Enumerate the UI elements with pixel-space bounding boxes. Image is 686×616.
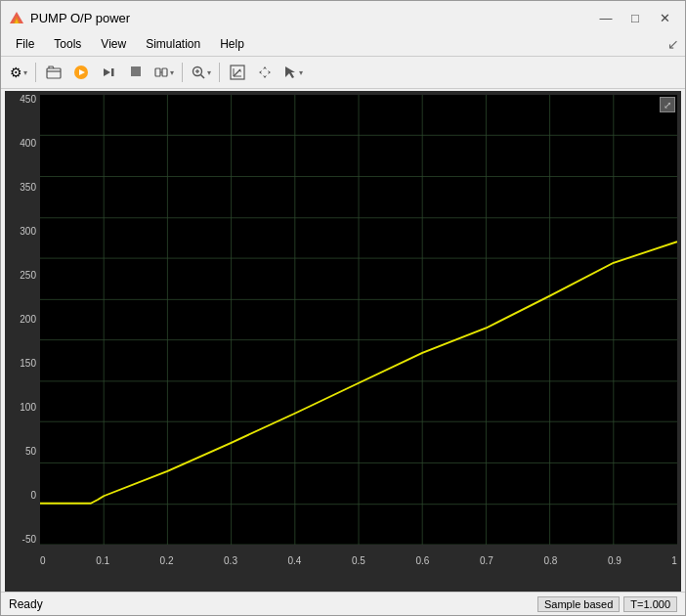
- y-label-neg50: -50: [22, 535, 36, 545]
- x-axis-labels: 0 0.1 0.2 0.3 0.4 0.5 0.6 0.7 0.8 0.9 1: [40, 556, 677, 566]
- status-ready: Ready: [9, 597, 43, 611]
- y-label-100: 100: [20, 403, 36, 413]
- y-label-250: 250: [20, 271, 36, 281]
- y-label-50: 50: [25, 447, 36, 457]
- pan-icon: [257, 65, 273, 80]
- y-label-200: 200: [20, 315, 36, 325]
- x-label-02: 0.2: [160, 556, 174, 566]
- tools-icon: [153, 65, 169, 80]
- x-label-05: 0.5: [352, 556, 365, 566]
- title-bar-left: PUMP O/P power: [9, 10, 130, 25]
- svg-line-13: [201, 75, 205, 79]
- y-label-0: 0: [30, 491, 36, 501]
- resize-icon: ↙: [667, 36, 679, 52]
- y-label-450: 450: [20, 95, 36, 105]
- tools-arrow: ▾: [170, 68, 174, 77]
- x-label-01: 0.1: [96, 556, 109, 566]
- menu-help[interactable]: Help: [211, 34, 253, 54]
- y-label-350: 350: [20, 183, 36, 193]
- step-icon: [101, 65, 116, 80]
- chart-svg: [40, 95, 677, 545]
- minimize-button[interactable]: —: [593, 8, 619, 27]
- x-label-06: 0.6: [415, 556, 429, 566]
- run-button[interactable]: [68, 60, 94, 85]
- status-bar: Ready Sample based T=1.000: [1, 592, 685, 615]
- zoom-icon: [191, 65, 206, 80]
- svg-rect-7: [111, 68, 114, 76]
- window-title: PUMP O/P power: [30, 11, 130, 25]
- cursor-icon: [282, 65, 298, 80]
- sample-based-badge: Sample based: [537, 596, 620, 612]
- menu-file[interactable]: File: [7, 34, 43, 54]
- title-bar: PUMP O/P power — □ ✕: [1, 1, 685, 32]
- zoom-arrow: ▾: [207, 68, 211, 77]
- svg-rect-8: [131, 66, 141, 76]
- svg-rect-3: [47, 68, 61, 78]
- x-label-0: 0: [40, 556, 46, 566]
- open-button[interactable]: [41, 60, 66, 85]
- settings-icon: ⚙: [10, 65, 22, 80]
- stop-button[interactable]: [123, 60, 149, 85]
- chart-container: 450 400 350 300 250 200 150 100 50 0 -50: [5, 91, 681, 592]
- menu-simulation[interactable]: Simulation: [137, 34, 209, 54]
- svg-marker-21: [285, 66, 295, 78]
- x-label-08: 0.8: [543, 556, 557, 566]
- y-label-300: 300: [20, 227, 36, 237]
- step-button[interactable]: [96, 60, 121, 85]
- fit-icon: [229, 64, 246, 81]
- maximize-button[interactable]: □: [622, 8, 648, 27]
- stop-icon: [128, 64, 144, 82]
- status-right: Sample based T=1.000: [537, 596, 677, 612]
- pan-button[interactable]: [252, 60, 278, 85]
- svg-rect-9: [155, 68, 160, 76]
- menu-bar: File Tools View Simulation Help ↙: [1, 32, 685, 56]
- matlab-icon: [9, 10, 24, 25]
- y-axis-labels: 450 400 350 300 250 200 150 100 50 0 -50: [5, 95, 40, 545]
- menu-tools[interactable]: Tools: [45, 34, 90, 54]
- separator-1: [35, 63, 36, 82]
- x-label-03: 0.3: [224, 556, 237, 566]
- x-label-1: 1: [671, 556, 677, 566]
- title-bar-buttons: — □ ✕: [593, 8, 677, 27]
- x-label-04: 0.4: [288, 556, 302, 566]
- cursor-dropdown[interactable]: ▾: [279, 60, 306, 85]
- zoom-dropdown[interactable]: ▾: [188, 60, 214, 85]
- t-value-badge: T=1.000: [623, 596, 677, 612]
- settings-dropdown[interactable]: ⚙ ▾: [7, 60, 30, 85]
- chart-plot-area[interactable]: [40, 95, 677, 545]
- tools-dropdown[interactable]: ▾: [150, 60, 177, 85]
- toolbar: ⚙ ▾: [1, 56, 685, 89]
- separator-3: [219, 63, 220, 82]
- run-icon: [73, 65, 89, 80]
- menu-view[interactable]: View: [92, 34, 135, 54]
- open-icon: [46, 65, 62, 80]
- x-label-07: 0.7: [480, 556, 493, 566]
- main-window: PUMP O/P power — □ ✕ File Tools View Sim…: [0, 0, 686, 616]
- settings-arrow: ▾: [23, 68, 27, 77]
- cursor-arrow: ▾: [299, 68, 303, 77]
- svg-marker-6: [104, 68, 110, 76]
- svg-rect-10: [162, 68, 167, 76]
- stop-icon-svg: [128, 64, 144, 79]
- close-button[interactable]: ✕: [652, 8, 677, 27]
- y-label-150: 150: [20, 359, 36, 369]
- expand-button[interactable]: ⤢: [660, 97, 675, 112]
- x-label-09: 0.9: [608, 556, 622, 566]
- y-label-400: 400: [20, 139, 36, 149]
- fit-axes-button[interactable]: [225, 60, 250, 85]
- separator-2: [182, 63, 183, 82]
